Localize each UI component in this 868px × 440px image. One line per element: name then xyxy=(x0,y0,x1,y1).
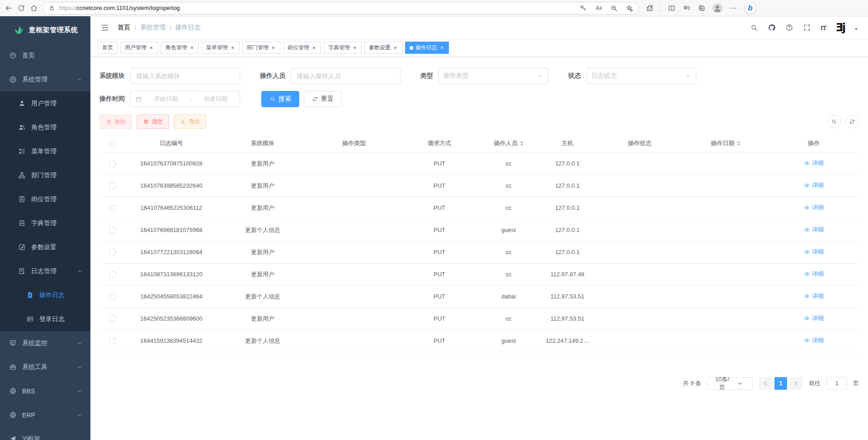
goto-page-input[interactable] xyxy=(827,377,847,390)
sidebar-item-login-log[interactable]: 登录日志 xyxy=(0,307,90,331)
tab-user-management[interactable]: 用户管理× xyxy=(120,42,158,54)
close-icon[interactable]: × xyxy=(230,45,235,51)
page-number-1[interactable]: 1 xyxy=(774,377,787,390)
help-icon[interactable] xyxy=(785,24,793,32)
row-checkbox[interactable] xyxy=(109,161,116,167)
row-checkbox[interactable] xyxy=(109,183,116,189)
detail-link[interactable]: 详细 xyxy=(804,336,824,345)
github-icon[interactable] xyxy=(768,24,776,32)
tab-dept-management[interactable]: 部门管理× xyxy=(242,42,280,54)
favorite-add-icon[interactable] xyxy=(625,4,633,12)
clear-button[interactable]: 清空 xyxy=(137,114,169,129)
detail-link[interactable]: 详细 xyxy=(804,203,824,212)
row-checkbox[interactable] xyxy=(109,205,116,211)
tab-role-management[interactable]: 角色管理× xyxy=(161,42,199,54)
row-checkbox[interactable] xyxy=(109,316,116,322)
delete-button[interactable]: 删除 xyxy=(99,114,132,129)
favorites-bar-icon[interactable] xyxy=(683,4,691,12)
detail-link[interactable]: 详细 xyxy=(804,159,824,167)
detail-link[interactable]: 详细 xyxy=(804,226,824,234)
reset-button[interactable]: 重置 xyxy=(304,91,342,107)
row-checkbox[interactable] xyxy=(109,293,116,300)
close-icon[interactable]: × xyxy=(189,45,194,51)
tab-home[interactable]: 首页 xyxy=(98,42,118,54)
sort-caret-icon[interactable] xyxy=(737,139,741,148)
header-search-icon[interactable] xyxy=(750,24,758,32)
tab-param-settings[interactable]: 参数设置× xyxy=(364,42,402,54)
table-refresh-button[interactable] xyxy=(845,115,859,128)
status-select[interactable]: 日志状态 xyxy=(586,68,696,84)
bing-chat-icon[interactable]: b xyxy=(744,2,756,14)
date-range-picker[interactable]: 开始日期 - 结束日期 xyxy=(130,91,240,107)
read-aloud-icon[interactable] xyxy=(594,4,603,12)
detail-link[interactable]: 详细 xyxy=(804,292,824,300)
user-dropdown-caret-icon[interactable] xyxy=(854,28,858,32)
close-icon[interactable]: × xyxy=(271,45,276,51)
sort-caret-icon[interactable] xyxy=(520,139,524,148)
operator-input[interactable] xyxy=(291,68,401,84)
prev-page-button[interactable] xyxy=(759,377,772,390)
cell-actions: 详细 xyxy=(769,219,859,241)
sidebar-item-bbs[interactable]: BBS xyxy=(0,379,90,403)
row-checkbox[interactable] xyxy=(109,227,116,233)
sidebar-item-oper-log[interactable]: 操作日志 xyxy=(0,283,90,307)
column-header[interactable]: 操作人员 xyxy=(479,134,538,152)
split-screen-icon[interactable] xyxy=(668,4,676,12)
sidebar-toggle-icon[interactable] xyxy=(100,23,109,32)
fullscreen-icon[interactable] xyxy=(803,24,811,32)
close-icon[interactable]: × xyxy=(393,45,398,51)
sidebar-item-system-management[interactable]: 系统管理 xyxy=(0,67,90,91)
select-all-checkbox[interactable] xyxy=(109,141,116,147)
close-icon[interactable]: × xyxy=(311,45,316,51)
tab-oper-log[interactable]: 操作日志× xyxy=(405,42,449,54)
address-bar[interactable]: https://ccnetcore.com:1101/system/log/op… xyxy=(42,2,639,14)
sidebar-item-yi-framework[interactable]: Yi框架 xyxy=(0,427,90,440)
module-input[interactable] xyxy=(130,68,240,84)
detail-link[interactable]: 详细 xyxy=(804,314,824,322)
sidebar-item-log-management[interactable]: 日志管理 xyxy=(0,259,90,283)
detail-link[interactable]: 详细 xyxy=(804,270,824,278)
sidebar-item-home[interactable]: 首页 xyxy=(0,43,90,67)
export-button[interactable]: 导出 xyxy=(174,114,206,129)
extensions-icon[interactable] xyxy=(646,4,654,12)
row-checkbox[interactable] xyxy=(109,271,116,278)
close-icon[interactable]: × xyxy=(149,45,154,51)
sidebar-item-dict-management[interactable]: 字典管理 xyxy=(0,211,90,235)
row-checkbox[interactable] xyxy=(109,249,116,255)
detail-link[interactable]: 详细 xyxy=(804,181,824,189)
zoom-out-icon[interactable] xyxy=(610,4,618,12)
sidebar-item-post-management[interactable]: 岗位管理 xyxy=(0,187,90,211)
type-select[interactable]: 操作类型 xyxy=(439,68,548,84)
next-page-button[interactable] xyxy=(790,377,802,390)
search-button[interactable]: 搜索 xyxy=(261,91,299,107)
close-icon[interactable]: × xyxy=(439,45,444,51)
sidebar-item-user-management[interactable]: 用户管理 xyxy=(0,91,90,115)
tab-menu-management[interactable]: 菜单管理× xyxy=(202,42,240,54)
sidebar-item-menu-management[interactable]: 菜单管理 xyxy=(0,139,90,163)
column-header[interactable]: 操作日期 xyxy=(683,134,769,152)
collections-icon[interactable] xyxy=(698,4,706,12)
url-text[interactable]: https://ccnetcore.com:1101/system/log/op… xyxy=(59,5,576,11)
browser-refresh-icon[interactable] xyxy=(17,4,25,12)
page-size-select[interactable]: 10条/页 xyxy=(708,377,753,390)
sidebar-item-dept-management[interactable]: 部门管理 xyxy=(0,163,90,187)
sidebar-item-erp[interactable]: ERP xyxy=(0,403,90,427)
browser-profile-avatar[interactable] xyxy=(712,3,722,13)
sidebar-item-role-management[interactable]: 角色管理 xyxy=(0,115,90,139)
detail-link[interactable]: 详细 xyxy=(804,248,824,256)
row-checkbox[interactable] xyxy=(109,338,116,344)
close-icon[interactable]: × xyxy=(352,45,357,51)
breadcrumb-home[interactable]: 首页 xyxy=(118,24,130,32)
password-key-icon[interactable] xyxy=(579,4,587,12)
browser-menu-icon[interactable] xyxy=(729,4,737,12)
table-search-toggle-button[interactable] xyxy=(827,115,841,128)
font-size-icon[interactable]: tT xyxy=(821,24,826,32)
sidebar-item-system-monitor[interactable]: 系统监控 xyxy=(0,331,90,355)
sidebar-item-param-settings[interactable]: 参数设置 xyxy=(0,235,90,259)
browser-home-icon[interactable] xyxy=(30,4,38,12)
tab-dict-management[interactable]: 字典管理× xyxy=(324,42,362,54)
user-logo[interactable]: Ǝj xyxy=(835,22,845,33)
sidebar-item-system-tools[interactable]: 系统工具 xyxy=(0,355,90,379)
browser-back-icon[interactable] xyxy=(5,4,13,12)
tab-post-management[interactable]: 岗位管理× xyxy=(283,42,321,54)
